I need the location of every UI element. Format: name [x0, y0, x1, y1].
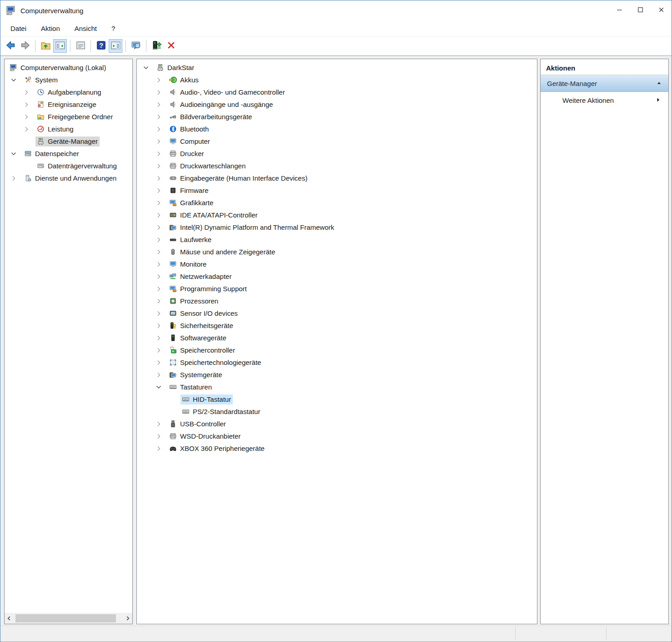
up-level-button[interactable] [39, 39, 52, 53]
tree-item-firmware[interactable]: Firmware [137, 184, 537, 197]
tree-item-dienste-und-anwendungen[interactable]: Dienste und Anwendungen [5, 172, 132, 184]
action-pane-toggle-button[interactable] [109, 39, 122, 53]
help-button[interactable]: ? [94, 39, 108, 53]
tree-item-sicherheitsger-te[interactable]: Sicherheitsgeräte [137, 319, 537, 332]
tree-item-audio-video-und-gamecontroller[interactable]: Audio-, Video- und Gamecontroller [137, 86, 537, 98]
chevron-up-filled-icon[interactable] [656, 80, 662, 87]
tree-item-monitore[interactable]: Monitore [137, 258, 537, 270]
tree-item-computerverwaltung-lokal[interactable]: Computerverwaltung (Lokal) [5, 61, 132, 74]
chevron-right-icon[interactable] [155, 88, 168, 96]
chevron-right-icon[interactable] [155, 223, 168, 231]
tree-item-laufwerke[interactable]: Laufwerke [137, 233, 537, 246]
chevron-right-icon[interactable] [155, 285, 168, 293]
scrollbar-track[interactable] [14, 613, 123, 624]
scroll-left-icon[interactable] [5, 613, 14, 624]
chevron-right-icon[interactable] [23, 125, 35, 133]
console-tree-toggle-button[interactable] [53, 39, 67, 53]
chevron-right-icon[interactable] [155, 432, 168, 440]
maximize-button[interactable] [630, 0, 651, 20]
scroll-right-icon[interactable] [123, 613, 132, 624]
tree-item-aufgabenplanung[interactable]: Aufgabenplanung [5, 86, 132, 98]
update-driver-button[interactable] [150, 39, 163, 53]
chevron-right-icon[interactable] [155, 199, 168, 207]
chevron-right-icon[interactable] [155, 150, 168, 157]
forward-button[interactable] [18, 39, 32, 53]
tree-item-ereignisanzeige[interactable]: Ereignisanzeige [5, 98, 132, 111]
tree-item-ide-ata-atapi-controller[interactable]: IDE ATA/ATAPI-Controller [137, 209, 537, 221]
more-actions-item[interactable]: Weitere Aktionen [541, 92, 668, 109]
tree-item-audioeing-nge-und-ausg-nge[interactable]: Audioeingänge und -ausgänge [137, 98, 537, 111]
actions-section-header[interactable]: Geräte-Manager [541, 75, 668, 92]
scan-hardware-button[interactable] [129, 39, 143, 53]
tree-item-drucker[interactable]: Drucker [137, 147, 537, 160]
chevron-right-icon[interactable] [155, 236, 168, 243]
tree-item-freigegebene-ordner[interactable]: Freigegebene Ordner [5, 111, 132, 123]
tree-item-leistung[interactable]: Leistung [5, 123, 132, 135]
tree-item-systemger-te[interactable]: Systemgeräte [137, 369, 537, 381]
tree-item-darkstar[interactable]: DarkStar [137, 61, 537, 74]
chevron-down-icon[interactable] [10, 150, 23, 157]
chevron-down-icon[interactable] [155, 383, 168, 391]
tree-item-sensor-i-o-devices[interactable]: Sensor I/O devices [137, 307, 537, 319]
chevron-right-icon[interactable] [155, 297, 168, 305]
tree-item-netzwerkadapter[interactable]: Netzwerkadapter [137, 270, 537, 283]
properties-button[interactable] [74, 39, 87, 53]
chevron-right-icon[interactable] [155, 334, 168, 342]
tree-item-akkus[interactable]: Akkus [137, 74, 537, 86]
chevron-right-icon[interactable] [155, 137, 168, 145]
tree-item-datentr-gerverwaltung[interactable]: Datenträgerverwaltung [5, 160, 132, 172]
tree-item-eingabeger-te-human-interface-devices[interactable]: Eingabegeräte (Human Interface Devices) [137, 172, 537, 184]
tree-item-hid-tastatur[interactable]: HID-Tastatur [137, 393, 537, 405]
scrollbar-thumb[interactable] [15, 614, 116, 622]
tree-item-intel-r-dynamic-platform-and-thermal-framework[interactable]: Intel(R) Dynamic Platform and Thermal Fr… [137, 221, 537, 233]
tree-item-ps-2-standardtastatur[interactable]: PS/2-Standardtastatur [137, 405, 537, 418]
tree-item-grafikkarte[interactable]: Grafikkarte [137, 197, 537, 209]
tree-item-speichertechnologieger-te[interactable]: Speichertechnologiegeräte [137, 356, 537, 369]
chevron-right-icon[interactable] [155, 309, 168, 317]
tree-item-usb-controller[interactable]: USB-Controller [137, 418, 537, 430]
chevron-right-icon[interactable] [155, 211, 168, 219]
chevron-right-icon[interactable] [155, 346, 168, 354]
chevron-right-icon[interactable] [23, 101, 35, 108]
menu-item-[interactable]: ? [106, 22, 120, 35]
chevron-down-icon[interactable] [142, 64, 155, 71]
tree-item-wsd-druckanbieter[interactable]: WSD-Druckanbieter [137, 430, 537, 442]
chevron-right-icon[interactable] [155, 174, 168, 182]
tree-item-ger-te-manager[interactable]: Geräte-Manager [5, 135, 132, 147]
horizontal-scrollbar[interactable] [5, 613, 132, 624]
tree-item-prozessoren[interactable]: Prozessoren [137, 295, 537, 307]
chevron-down-icon[interactable] [10, 76, 23, 84]
chevron-right-icon[interactable] [23, 113, 35, 121]
tree-item-system[interactable]: System [5, 74, 132, 86]
uninstall-button[interactable] [164, 39, 178, 53]
chevron-right-icon[interactable] [23, 88, 35, 96]
chevron-right-icon[interactable] [155, 420, 168, 428]
chevron-right-icon[interactable] [155, 113, 168, 121]
chevron-right-icon[interactable] [155, 101, 168, 108]
tree-item-speichercontroller[interactable]: Speichercontroller [137, 344, 537, 356]
tree-item-computer[interactable]: Computer [137, 135, 537, 147]
chevron-right-icon[interactable] [155, 260, 168, 268]
minimize-button[interactable] [609, 0, 630, 20]
chevron-right-icon[interactable] [155, 273, 168, 280]
tree-item-druckwarteschlangen[interactable]: Druckwarteschlangen [137, 160, 537, 172]
tree-item-datenspeicher[interactable]: Datenspeicher [5, 147, 132, 160]
back-button[interactable] [4, 39, 17, 53]
menu-item-aktion[interactable]: Aktion [35, 22, 65, 35]
chevron-right-icon[interactable] [155, 248, 168, 256]
menu-item-ansicht[interactable]: Ansicht [69, 22, 102, 35]
tree-item-bluetooth[interactable]: Bluetooth [137, 123, 537, 135]
chevron-right-icon[interactable] [155, 371, 168, 379]
chevron-right-icon[interactable] [155, 322, 168, 329]
tree-item-m-use-und-andere-zeigeger-te[interactable]: Mäuse und andere Zeigegeräte [137, 246, 537, 258]
chevron-right-icon[interactable] [10, 174, 23, 182]
tree-item-programming-support[interactable]: Programming Support [137, 283, 537, 295]
tree-item-softwareger-te[interactable]: Softwaregeräte [137, 332, 537, 344]
chevron-right-icon[interactable] [155, 162, 168, 170]
chevron-right-icon[interactable] [155, 76, 168, 84]
tree-item-xbox-360-peripherieger-te[interactable]: XBOX 360 Peripheriegeräte [137, 442, 537, 455]
tree-item-bildverarbeitungsger-te[interactable]: Bildverarbeitungsgeräte [137, 111, 537, 123]
chevron-right-icon[interactable] [155, 359, 168, 366]
chevron-right-icon[interactable] [155, 125, 168, 133]
chevron-right-icon[interactable] [155, 187, 168, 194]
